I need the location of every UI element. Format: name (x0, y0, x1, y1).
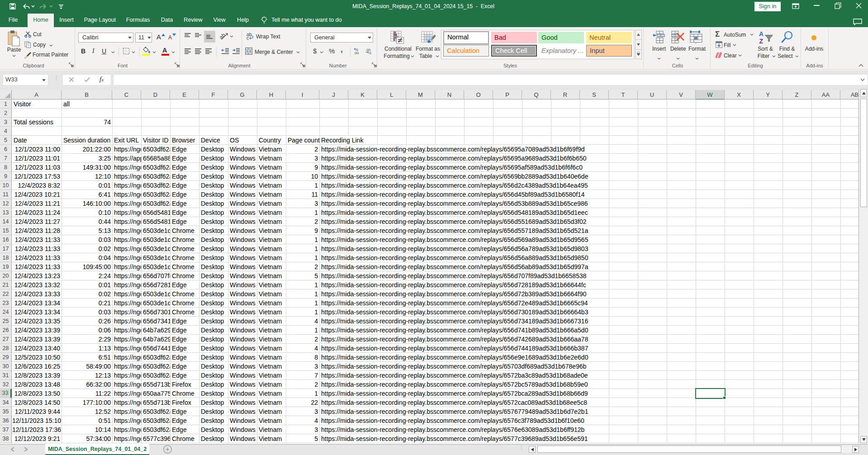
svg-text:.0: .0 (355, 48, 358, 52)
svg-text:ab: ab (220, 32, 227, 41)
svg-text:Z: Z (759, 38, 764, 44)
svg-text:A: A (759, 30, 764, 38)
svg-text:.0: .0 (368, 51, 371, 55)
svg-text:c: c (247, 35, 249, 40)
